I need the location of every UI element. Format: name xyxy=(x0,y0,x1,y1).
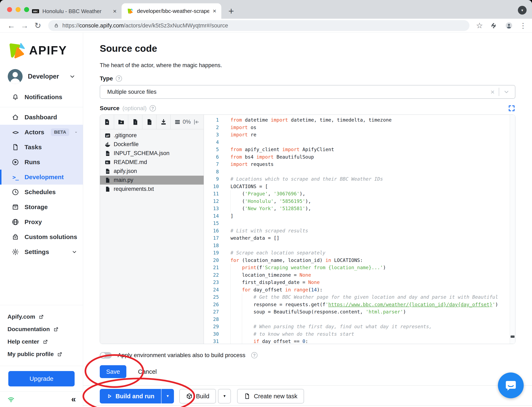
sidebar-link-my-public-profile[interactable]: My public profile xyxy=(8,348,76,360)
minimize-window-button[interactable] xyxy=(15,7,21,12)
browser-menu-icon[interactable]: ⋮ xyxy=(520,21,527,30)
code-line[interactable]: 7import requests xyxy=(204,161,515,168)
sidebar-item-notifications[interactable]: Notifications xyxy=(0,90,83,105)
bookmark-star-icon[interactable]: ☆ xyxy=(476,21,483,30)
save-button[interactable]: Save xyxy=(100,365,126,378)
sidebar-item-proxy[interactable]: Proxy xyxy=(0,214,83,229)
code-line[interactable]: 16# List with scraped results xyxy=(204,227,515,235)
code-line[interactable]: 6from bs4 import BeautifulSoup xyxy=(204,153,515,161)
tab-overview-button[interactable]: ▼ xyxy=(518,6,527,15)
file-item-input-schema-json[interactable]: </>INPUT_SCHEMA.json xyxy=(100,149,204,158)
sidebar-item-runs[interactable]: Runs xyxy=(0,155,83,170)
download-button[interactable] xyxy=(156,115,171,129)
code-line[interactable]: 28 xyxy=(204,316,515,323)
scrollbar-thumb[interactable] xyxy=(511,336,515,338)
browser-profile-avatar[interactable] xyxy=(505,21,513,30)
new-file-button[interactable]: + xyxy=(100,115,114,129)
maximize-window-button[interactable] xyxy=(24,7,29,12)
chat-bubble-button[interactable] xyxy=(498,373,524,398)
account-switcher[interactable]: Developer xyxy=(0,64,83,90)
apify-logo[interactable]: APIFY xyxy=(0,33,83,64)
code-line[interactable]: 24 for day_offset in range(14): xyxy=(204,286,515,294)
code-line[interactable]: 11 ('Prague', '3067696'), xyxy=(204,190,515,198)
code-line[interactable]: 19# Scrape each location separately xyxy=(204,249,515,257)
code-line[interactable]: 20for (location_name, location_id) in LO… xyxy=(204,257,515,264)
code-line[interactable]: 29 # When parsing the first day, find ou… xyxy=(204,323,515,330)
code-line[interactable]: 31 if day_offset == 0: xyxy=(204,338,515,344)
code-line[interactable]: 15 xyxy=(204,220,515,227)
code-line[interactable]: 1from datetime import datetime, time, ti… xyxy=(204,116,515,124)
zoom-control[interactable]: 0% xyxy=(171,115,204,129)
editor-scrollbar[interactable] xyxy=(510,115,515,344)
code-line[interactable]: 17weather_data = [] xyxy=(204,235,515,242)
code-line[interactable]: 23 first_displayed_date = None xyxy=(204,279,515,286)
reload-icon[interactable]: ↻ xyxy=(32,22,44,30)
build-and-run-dropdown-button[interactable]: ▼ xyxy=(161,389,174,403)
sidebar-item-storage[interactable]: Storage xyxy=(0,200,83,214)
code-line[interactable]: 30 # to know when do the results start xyxy=(204,330,515,338)
build-button[interactable]: Build xyxy=(179,389,216,403)
code-line[interactable]: 5from apify_client import ApifyClient xyxy=(204,146,515,153)
sidebar-item-schedules[interactable]: Schedules xyxy=(0,185,83,200)
sidebar-item-settings[interactable]: Settings xyxy=(0,244,83,259)
create-new-task-button[interactable]: Create new task xyxy=(237,389,304,403)
address-bar[interactable]: https://console.apify.com/actors/dev/k5t… xyxy=(48,20,470,31)
back-icon[interactable]: ← xyxy=(5,22,17,30)
sidebar-item-custom-solutions[interactable]: Custom solutions xyxy=(0,229,83,244)
file-item-requirements-txt[interactable]: requirements.txt xyxy=(100,185,204,194)
code-line[interactable]: 27 soup = BeautifulSoup(response.content… xyxy=(204,308,515,316)
code-line[interactable]: 10LOCATIONS = [ xyxy=(204,183,515,190)
help-question-icon[interactable]: ? xyxy=(150,105,156,111)
file-item-apify-json[interactable]: </>apify.json xyxy=(100,167,204,176)
sidebar-link-help-center[interactable]: Help center xyxy=(8,336,76,348)
close-window-button[interactable] xyxy=(7,7,12,12)
tab-apify-console[interactable]: developer/bbc-weather-scrape × xyxy=(122,3,221,19)
collapse-sidebar-button[interactable]: « xyxy=(71,395,76,404)
code-line[interactable]: 22 location_timezone = None xyxy=(204,272,515,279)
code-line[interactable]: 8 xyxy=(204,168,515,176)
file-item-readme-md[interactable]: M↓README.md xyxy=(100,158,204,167)
code-pane[interactable]: 1from datetime import datetime, time, ti… xyxy=(204,115,515,344)
sidebar-link-apify-com[interactable]: Apify.com xyxy=(8,311,76,323)
code-line[interactable]: 13 ('New York', '5128581'), xyxy=(204,205,515,212)
build-dropdown-button[interactable]: ▼ xyxy=(218,389,231,403)
code-line[interactable]: 12 ('Honolulu', '5856195'), xyxy=(204,198,515,205)
file-item-dockerfile[interactable]: Dockerfile xyxy=(100,140,204,149)
sidebar-item-dashboard[interactable]: Dashboard xyxy=(0,110,83,125)
code-line[interactable]: 25 # Get the BBC Weather page for the gi… xyxy=(204,294,515,301)
source-type-select[interactable]: Multiple source files × xyxy=(100,85,515,99)
fullscreen-expand-icon[interactable] xyxy=(508,105,515,112)
cancel-button[interactable]: Cancel xyxy=(138,368,157,375)
code-line[interactable]: 26 response = requests.get(f'https://www… xyxy=(204,301,515,308)
file-item-gitignore[interactable]: git.gitignore xyxy=(100,131,204,140)
code-line[interactable]: 4 xyxy=(204,139,515,146)
close-tab-icon[interactable]: × xyxy=(213,8,216,15)
sidebar-item-tasks[interactable]: Tasks xyxy=(0,140,83,155)
collapse-to-bar-icon[interactable] xyxy=(193,118,200,125)
code-line[interactable]: 18 xyxy=(204,242,515,250)
extensions-puzzle-icon[interactable] xyxy=(489,21,498,30)
code-line[interactable]: 3import re xyxy=(204,131,515,139)
select-chevron-down-icon[interactable] xyxy=(503,88,510,95)
close-tab-icon[interactable]: × xyxy=(113,8,116,15)
code-line[interactable]: 14] xyxy=(204,212,515,220)
import-file-button[interactable]: → xyxy=(142,115,156,129)
env-variables-toggle[interactable] xyxy=(100,352,112,359)
code-line[interactable]: 21 print(f'Scraping weather from {locati… xyxy=(204,264,515,272)
sidebar-link-documentation[interactable]: Documentation xyxy=(8,323,76,336)
tab-bbc-weather[interactable]: BBC Honolulu - BBC Weather × xyxy=(27,4,122,19)
upgrade-button[interactable]: Upgrade xyxy=(8,371,75,386)
sidebar-item-actors[interactable]: <>ActorsBETA xyxy=(0,125,83,140)
clear-select-icon[interactable]: × xyxy=(486,88,499,96)
file-item-main-py[interactable]: main.py xyxy=(100,176,204,185)
new-folder-button[interactable]: + xyxy=(114,115,128,129)
sidebar-item-development[interactable]: >_Development xyxy=(0,170,83,185)
code-line[interactable]: 2import os xyxy=(204,124,515,131)
code-line[interactable]: 9# Locations which to scrape and their B… xyxy=(204,175,515,183)
new-tab-button[interactable]: + xyxy=(228,6,234,16)
help-question-icon[interactable]: ? xyxy=(116,75,122,82)
help-question-icon[interactable]: ? xyxy=(251,352,257,358)
upload-file-button[interactable]: ↑ xyxy=(128,115,142,129)
forward-icon[interactable]: → xyxy=(19,22,30,30)
build-and-run-button[interactable]: Build and run xyxy=(100,389,161,403)
